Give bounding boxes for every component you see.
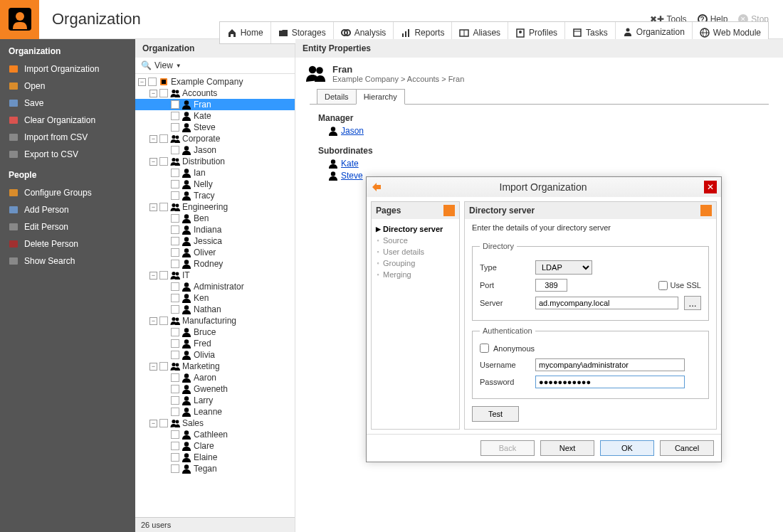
tree-node[interactable]: Rodney [135,258,295,270]
tree-checkbox[interactable] [171,112,179,120]
tree-toggle[interactable]: − [149,317,157,325]
sidebar-item-open[interactable]: Open [0,78,135,95]
tree-toggle[interactable]: − [149,135,157,143]
tree-checkbox[interactable] [171,305,179,314]
tree-checkbox[interactable] [171,248,179,257]
password-input[interactable] [535,376,685,388]
tree-node[interactable]: Steve [135,122,295,133]
view-dropdown[interactable]: 🔍 View ▼ [135,58,295,74]
tree-checkbox[interactable] [171,430,179,439]
tree-checkbox[interactable] [171,100,179,109]
sidebar-item-show-search[interactable]: Show Search [0,252,135,270]
nav-home[interactable]: Home [220,22,271,43]
tree-node[interactable]: −IT [135,270,295,281]
tree-checkbox[interactable] [159,203,168,211]
tree-node[interactable]: −Distribution [135,156,295,167]
wizard-page-merging[interactable]: ◦Merging [376,269,455,280]
tree-checkbox[interactable] [171,385,179,393]
tree-checkbox[interactable] [171,351,179,359]
tree-node[interactable]: Nathan [135,304,295,315]
tree-node[interactable]: Kate [135,110,295,122]
tree-node[interactable]: Bruce [135,326,295,338]
tree-node[interactable]: Larry [135,395,295,406]
sidebar-item-delete-person[interactable]: Delete Person [0,235,135,252]
tree-node[interactable]: Fran [135,99,295,110]
tree-node[interactable]: Ben [135,213,295,224]
tree-checkbox[interactable] [171,339,179,348]
tree-checkbox[interactable] [171,180,179,188]
tree-node[interactable]: Jessica [135,235,295,247]
wizard-page-directory-server[interactable]: ▶Directory server [376,223,455,235]
tree-checkbox[interactable] [171,225,179,234]
tree-checkbox[interactable] [159,419,168,427]
tree-node[interactable]: Administrator [135,281,295,292]
tree-checkbox[interactable] [171,237,179,245]
tree-toggle[interactable]: − [149,90,157,97]
tree-node[interactable]: Leanne [135,406,295,417]
org-tree[interactable]: −Example Company−AccountsFranKateSteve−C… [135,74,295,517]
tree-checkbox[interactable] [171,453,179,462]
wizard-page-user-details[interactable]: ◦User details [376,246,455,257]
tree-checkbox[interactable] [171,214,179,223]
anonymous-checkbox[interactable] [480,344,489,353]
tree-checkbox[interactable] [159,362,168,371]
tree-node[interactable]: −Accounts [135,87,295,99]
tree-checkbox[interactable] [171,442,179,450]
tree-node[interactable]: −Example Company [135,76,295,87]
sidebar-item-import-from-csv[interactable]: Import from CSV [0,129,135,146]
tree-checkbox[interactable] [171,408,179,416]
sidebar-item-export-to-csv[interactable]: Export to CSV [0,146,135,163]
use-ssl-checkbox[interactable] [658,281,668,290]
port-input[interactable] [535,279,567,292]
cancel-button[interactable]: Cancel [660,440,714,456]
tree-checkbox[interactable] [171,282,179,291]
sidebar-item-save[interactable]: Save [0,95,135,112]
tree-node[interactable]: Indiana [135,224,295,235]
tree-toggle[interactable]: − [149,158,157,166]
wizard-page-grouping[interactable]: ◦Grouping [376,257,455,269]
tree-node[interactable]: Tegan [135,463,295,474]
tree-node[interactable]: Clare [135,440,295,452]
tree-checkbox[interactable] [159,157,168,166]
tree-node[interactable]: Olivia [135,349,295,361]
tree-node[interactable]: −Engineering [135,201,295,213]
tree-checkbox[interactable] [171,396,179,405]
tree-checkbox[interactable] [159,89,168,97]
tree-toggle[interactable]: − [138,78,146,86]
tree-node[interactable]: −Corporate [135,133,295,144]
wizard-page-source[interactable]: ◦Source [376,235,455,246]
tree-checkbox[interactable] [159,271,168,280]
tab-details[interactable]: Details [317,89,357,105]
tree-node[interactable]: Fred [135,338,295,349]
tree-checkbox[interactable] [148,78,157,86]
tree-checkbox[interactable] [171,373,179,382]
tree-node[interactable]: Ken [135,292,295,304]
sidebar-item-configure-groups[interactable]: Configure Groups [0,184,135,201]
sidebar-item-import-organization[interactable]: Import Organization [0,60,135,78]
tree-checkbox[interactable] [171,123,179,132]
tree-checkbox[interactable] [171,294,179,302]
server-input[interactable] [535,297,678,309]
tree-node[interactable]: −Manufacturing [135,315,295,326]
sidebar-item-add-person[interactable]: Add Person [0,201,135,218]
browse-server-button[interactable]: ... [684,296,701,310]
tree-node[interactable]: Ian [135,167,295,179]
subordinate-link[interactable]: Kate [341,159,359,169]
close-button[interactable]: ✕ [704,181,717,193]
tree-toggle[interactable]: − [149,363,157,371]
tree-checkbox[interactable] [171,191,179,200]
tree-toggle[interactable]: − [149,203,157,211]
tree-checkbox[interactable] [171,146,179,154]
username-input[interactable] [535,358,685,371]
subordinate-link[interactable]: Steve [341,171,363,181]
tree-node[interactable]: Tracy [135,190,295,201]
tree-checkbox[interactable] [171,464,179,473]
test-button[interactable]: Test [472,406,519,422]
tree-toggle[interactable]: − [149,272,157,280]
tree-node[interactable]: −Marketing [135,361,295,372]
type-select[interactable]: LDAP [535,260,592,275]
tree-checkbox[interactable] [171,328,179,336]
manager-link[interactable]: Jason [341,126,364,136]
tree-node[interactable]: Elaine [135,452,295,463]
tree-node[interactable]: Gweneth [135,383,295,395]
